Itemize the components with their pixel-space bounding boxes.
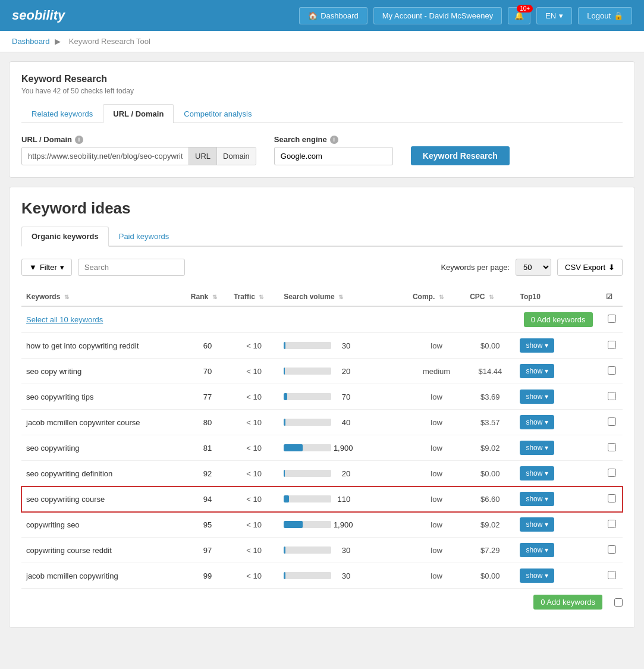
search-engine-info-icon[interactable]: i <box>330 136 338 144</box>
add-keywords-button-bottom[interactable]: 0 Add keywords <box>533 595 602 610</box>
table-row: jacob mcmillen copywriter course80< 10 4… <box>21 410 623 435</box>
table-row: seo copywriting definition92< 10 20 low$… <box>21 461 623 486</box>
row-checkbox[interactable] <box>608 443 616 451</box>
competition-value: low <box>431 546 442 555</box>
competition-cell: low <box>408 486 465 512</box>
sort-icon[interactable]: ⇅ <box>64 294 69 300</box>
show-button[interactable]: show ▾ <box>520 543 554 557</box>
show-button[interactable]: show ▾ <box>520 415 554 429</box>
traffic-value: < 10 <box>246 469 262 478</box>
notification-button[interactable]: 🔔 10+ <box>508 7 530 24</box>
row-checkbox[interactable] <box>608 520 616 528</box>
sort-comp-icon[interactable]: ⇅ <box>439 294 444 300</box>
cpc-cell: $6.60 <box>465 486 515 512</box>
row-checkbox[interactable] <box>608 469 616 477</box>
sort-cpc-icon[interactable]: ⇅ <box>489 294 494 300</box>
show-button[interactable]: show ▾ <box>520 517 554 532</box>
url-type-url-button[interactable]: URL <box>189 147 216 165</box>
per-page-select[interactable]: 50 25 100 <box>516 259 551 276</box>
tab-competitor-analysis[interactable]: Competitor analysis <box>174 104 262 123</box>
logout-button[interactable]: Logout 🔒 <box>578 7 632 24</box>
show-button[interactable]: show ▾ <box>520 441 554 455</box>
competition-value: low <box>431 444 442 453</box>
th-cpc: CPC ⇅ <box>465 288 515 306</box>
table-row: seo copywriting tips77< 10 70 low$3.69sh… <box>21 384 623 410</box>
filter-button[interactable]: ▼ Filter ▾ <box>21 259 72 276</box>
top10-cell: show ▾ <box>515 435 601 461</box>
tab-paid-keywords[interactable]: Paid keywords <box>109 227 180 246</box>
volume-bar-background <box>284 572 331 579</box>
breadcrumb-root[interactable]: Dashboard <box>12 37 50 46</box>
row-checkbox[interactable] <box>608 392 616 400</box>
csv-export-button[interactable]: CSV Export ⬇ <box>557 259 623 276</box>
bottom-checkbox[interactable] <box>614 598 623 607</box>
competition-cell: low <box>408 435 465 461</box>
rank-cell: 95 <box>186 512 229 538</box>
cpc-value: $3.69 <box>480 392 500 401</box>
keyword-research-button[interactable]: Keyword Research <box>411 146 510 165</box>
volume-bar-fill <box>284 368 285 375</box>
row-checkbox[interactable] <box>608 417 616 426</box>
tab-organic-keywords[interactable]: Organic keywords <box>21 227 109 247</box>
url-type-domain-button[interactable]: Domain <box>216 147 256 165</box>
keyword-name: copywriting course reddit <box>26 546 112 555</box>
row-checkbox[interactable] <box>608 545 616 554</box>
per-page-label: Keywords per page: <box>441 263 510 272</box>
volume-bar-wrap: 30 <box>284 571 355 580</box>
search-engine-input[interactable] <box>274 147 393 165</box>
competition-cell: low <box>408 512 465 538</box>
traffic-value: < 10 <box>246 495 262 504</box>
language-button[interactable]: EN ▾ <box>536 7 572 24</box>
show-button[interactable]: show ▾ <box>520 390 554 404</box>
show-button[interactable]: show ▾ <box>520 569 554 583</box>
top10-cell: show ▾ <box>515 359 601 384</box>
show-button[interactable]: show ▾ <box>520 466 554 480</box>
traffic-cell: < 10 <box>229 538 279 563</box>
keywords-table: Keywords ⇅ Rank ⇅ Traffic ⇅ Search volum… <box>21 288 623 589</box>
header: seobility 🏠 Dashboard My Account - David… <box>0 0 644 31</box>
card-title: Keyword Research <box>21 74 623 84</box>
table-row: copywriting seo95< 10 1,900 low$9.02show… <box>21 512 623 538</box>
select-all-checkbox-icon[interactable]: ☑ <box>606 293 612 301</box>
top10-cell: show ▾ <box>515 538 601 563</box>
chevron-down-icon: ▾ <box>545 571 548 580</box>
volume-bar-wrap: 30 <box>284 546 355 555</box>
row-checkbox[interactable] <box>608 366 616 375</box>
table-row: seo copywriting81< 10 1,900 low$9.02show… <box>21 435 623 461</box>
volume-bar-fill <box>284 342 285 349</box>
select-all-checkbox[interactable] <box>608 315 616 323</box>
account-button[interactable]: My Account - David McSweeney <box>373 7 502 24</box>
url-input-wrapper: URL Domain <box>21 147 256 165</box>
url-input[interactable] <box>22 147 189 165</box>
traffic-cell: < 10 <box>229 435 279 461</box>
add-keywords-button-top[interactable]: 0 Add keywords <box>524 312 593 327</box>
chevron-down-icon: ▾ <box>545 341 548 350</box>
sort-rank-icon[interactable]: ⇅ <box>212 294 217 300</box>
show-button[interactable]: show ▾ <box>520 364 554 378</box>
volume-bar-fill <box>284 444 303 451</box>
row-checkbox-cell <box>601 512 623 538</box>
select-all-link[interactable]: Select all 10 keywords <box>26 315 103 324</box>
cpc-value: $14.44 <box>478 367 502 376</box>
show-button[interactable]: show ▾ <box>520 492 554 506</box>
keyword-search-input[interactable] <box>78 259 185 276</box>
url-info-icon[interactable]: i <box>75 136 83 144</box>
tab-url-domain[interactable]: URL / Domain <box>103 104 174 123</box>
row-checkbox[interactable] <box>608 494 616 502</box>
sort-sv-icon[interactable]: ⇅ <box>338 294 343 300</box>
competition-value: low <box>431 418 442 427</box>
row-checkbox[interactable] <box>608 341 616 349</box>
row-checkbox[interactable] <box>608 571 616 579</box>
show-button[interactable]: show ▾ <box>520 338 554 353</box>
keyword-cell: copywriting course reddit <box>21 538 186 563</box>
cpc-value: $9.02 <box>480 520 500 529</box>
sort-traffic-icon[interactable]: ⇅ <box>259 294 263 300</box>
top10-cell: show ▾ <box>515 563 601 589</box>
dashboard-button[interactable]: 🏠 Dashboard <box>299 7 367 24</box>
top-add-keywords-cell: 0 Add keywords <box>515 306 601 333</box>
chevron-down-icon: ▾ <box>545 469 548 478</box>
tab-related-keywords[interactable]: Related keywords <box>21 104 103 123</box>
row-checkbox-cell <box>601 359 623 384</box>
rank-cell: 92 <box>186 461 229 486</box>
rank-cell: 70 <box>186 359 229 384</box>
